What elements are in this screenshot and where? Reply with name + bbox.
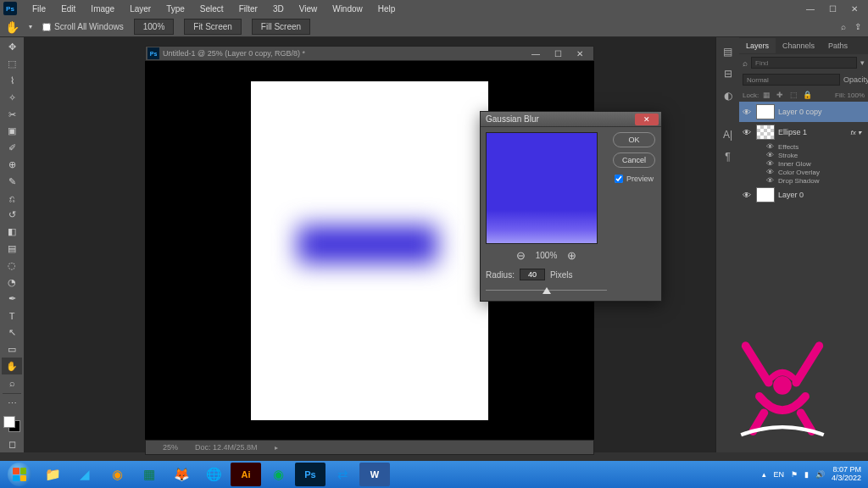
start-button[interactable] <box>3 462 36 487</box>
coreldraw-icon[interactable]: ◉ <box>263 463 293 486</box>
quick-mask-toggle[interactable]: ◻ <box>2 435 22 452</box>
menu-select[interactable]: Select <box>193 3 231 15</box>
color-swatches[interactable] <box>3 416 20 433</box>
tray-network-icon[interactable]: ▮ <box>804 470 809 479</box>
illustrator-icon[interactable]: Ai <box>231 463 261 486</box>
window-maximize[interactable]: ☐ <box>822 3 843 14</box>
doc-close[interactable]: ✕ <box>570 47 590 59</box>
filter-type-icon[interactable]: ▾ <box>860 58 865 67</box>
foreground-swatch[interactable] <box>3 416 15 428</box>
blur-tool[interactable]: ◌ <box>2 257 22 274</box>
menu-edit[interactable]: Edit <box>54 3 82 15</box>
zoom-tool[interactable]: ⌕ <box>2 374 22 391</box>
status-zoom[interactable]: 25% <box>163 443 178 452</box>
tray-chevron-icon[interactable]: ▴ <box>762 470 766 479</box>
tray-flag-icon[interactable]: ⚑ <box>791 470 798 479</box>
menu-window[interactable]: Window <box>326 3 370 15</box>
excel-icon[interactable]: ▦ <box>134 463 164 486</box>
tab-channels[interactable]: Channels <box>776 38 821 53</box>
canvas[interactable] <box>251 81 488 420</box>
layer-name[interactable]: Ellipse 1 <box>778 128 807 136</box>
radius-slider[interactable] <box>486 286 607 296</box>
dodge-tool[interactable]: ◔ <box>2 274 22 291</box>
paragraph-panel-icon[interactable]: ¶ <box>721 149 736 164</box>
language-indicator[interactable]: EN <box>773 470 784 479</box>
menu-type[interactable]: Type <box>159 3 192 15</box>
word-icon[interactable]: W <box>359 463 390 486</box>
tool-preset-caret[interactable]: ▾ <box>29 23 32 30</box>
zoom-out-icon[interactable]: ⊖ <box>516 249 526 262</box>
radius-input[interactable] <box>520 269 545 280</box>
share-icon[interactable]: ⇪ <box>854 22 861 31</box>
ok-button[interactable]: OK <box>613 132 655 147</box>
gaussian-blur-dialog[interactable]: Gaussian Blur ✕ ⊖ 100% ⊕ Radius: Pixels … <box>480 111 662 302</box>
lock-pixels-icon[interactable]: ▦ <box>760 90 772 100</box>
healing-brush-tool[interactable]: ⊕ <box>2 157 22 174</box>
hand-tool[interactable]: ✋ <box>2 358 22 374</box>
visibility-toggle[interactable]: 👁 <box>741 191 753 200</box>
path-select-tool[interactable]: ↖ <box>2 324 22 341</box>
firefox-icon[interactable]: 🦊 <box>166 463 197 486</box>
window-minimize[interactable]: — <box>800 3 821 14</box>
layer-name[interactable]: Layer 0 <box>778 191 804 199</box>
doc-maximize[interactable]: ☐ <box>548 47 568 59</box>
properties-panel-icon[interactable]: ⊟ <box>721 66 736 81</box>
character-panel-icon[interactable]: A| <box>721 127 736 142</box>
brush-tool[interactable]: ✎ <box>2 173 22 190</box>
tray-volume-icon[interactable]: 🔊 <box>815 470 825 479</box>
layer-row[interactable]: 👁 Ellipse 1 fx ▾ <box>739 122 868 142</box>
adjustments-panel-icon[interactable]: ◐ <box>721 88 736 103</box>
history-panel-icon[interactable]: ▤ <box>721 44 736 59</box>
visibility-toggle[interactable]: 👁 <box>741 108 753 117</box>
tab-paths[interactable]: Paths <box>821 38 854 53</box>
photoshop-taskbar-icon[interactable]: Ps <box>295 463 326 486</box>
move-tool[interactable]: ✥ <box>2 39 22 56</box>
dialog-close-button[interactable]: ✕ <box>635 114 659 125</box>
slider-thumb-icon[interactable] <box>542 287 551 294</box>
fx-item[interactable]: 👁Drop Shadow <box>739 176 868 185</box>
fx-badge[interactable]: fx ▾ <box>851 129 861 136</box>
search-icon[interactable]: ⌕ <box>841 22 846 31</box>
layer-row[interactable]: 👁 Layer 0 copy <box>739 102 868 122</box>
clone-stamp-tool[interactable]: ⎌ <box>2 190 22 207</box>
cancel-button[interactable]: Cancel <box>613 152 655 168</box>
menu-layer[interactable]: Layer <box>123 3 158 15</box>
menu-view[interactable]: View <box>292 3 325 15</box>
teamviewer-icon[interactable]: ⇄ <box>327 463 358 486</box>
visibility-toggle[interactable]: 👁 <box>741 128 753 137</box>
telegram-icon[interactable]: ◢ <box>70 463 100 486</box>
document-title-bar[interactable]: Ps Untitled-1 @ 25% (Layer 0 copy, RGB/8… <box>145 46 594 61</box>
zoom-level-field[interactable]: 100% <box>134 19 175 35</box>
fx-item[interactable]: 👁Inner Glow <box>739 159 868 168</box>
lock-artboard-icon[interactable]: ⬚ <box>787 90 799 100</box>
filter-preview[interactable] <box>486 132 598 244</box>
status-doc-size[interactable]: Doc: 12.4M/25.8M <box>195 443 258 452</box>
menu-filter[interactable]: Filter <box>232 3 264 15</box>
pen-tool[interactable]: ✒ <box>2 291 22 308</box>
edit-toolbar[interactable]: ⋯ <box>2 396 22 413</box>
eyedropper-tool[interactable]: ✐ <box>2 140 22 157</box>
eraser-tool[interactable]: ◧ <box>2 224 22 241</box>
doc-minimize[interactable]: — <box>526 47 546 59</box>
scroll-all-windows-checkbox[interactable]: Scroll All Windows <box>42 22 124 31</box>
chrome-icon[interactable]: 🌐 <box>198 463 229 486</box>
lock-all-icon[interactable]: 🔒 <box>801 90 813 100</box>
frame-tool[interactable]: ▣ <box>2 123 22 140</box>
crop-tool[interactable]: ✂ <box>2 106 22 123</box>
tab-layers[interactable]: Layers <box>739 38 776 53</box>
menu-help[interactable]: Help <box>371 3 403 15</box>
window-close[interactable]: ✕ <box>844 3 865 14</box>
clock[interactable]: 8:07 PM4/3/2022 <box>832 466 861 483</box>
fx-header[interactable]: 👁Effects <box>739 142 868 151</box>
dialog-title-bar[interactable]: Gaussian Blur ✕ <box>481 112 661 127</box>
fx-item[interactable]: 👁Color Overlay <box>739 168 868 176</box>
menu-file[interactable]: File <box>25 3 53 15</box>
gradient-tool[interactable]: ▤ <box>2 241 22 258</box>
layer-thumbnail[interactable] <box>756 104 775 119</box>
everything-icon[interactable]: ◉ <box>102 463 132 486</box>
layer-thumbnail[interactable] <box>756 125 775 140</box>
status-caret[interactable]: ▸ <box>275 444 278 452</box>
preview-checkbox[interactable]: Preview <box>615 175 654 183</box>
menu-3d[interactable]: 3D <box>266 3 291 15</box>
layer-name[interactable]: Layer 0 copy <box>778 108 822 116</box>
